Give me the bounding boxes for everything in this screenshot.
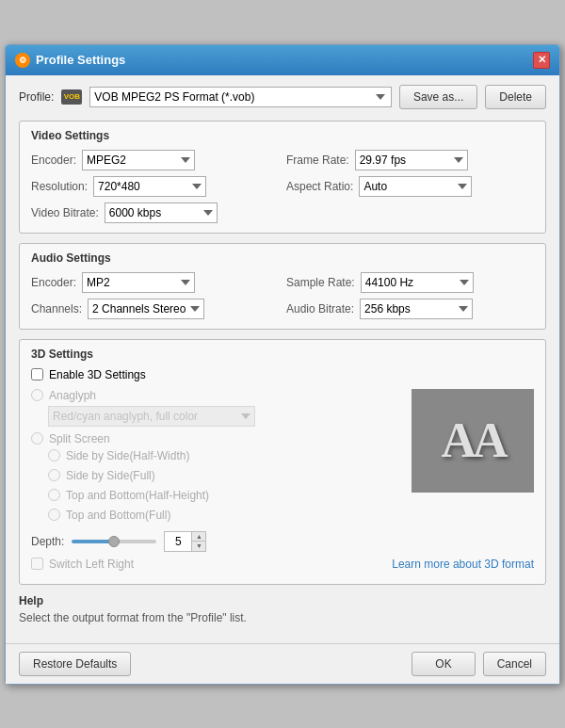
- 3d-preview: AA: [412, 389, 534, 493]
- top-half-radio[interactable]: [48, 489, 60, 501]
- top-full-row: Top and Bottom(Full): [48, 509, 402, 522]
- side-half-label: Side by Side(Half-Width): [66, 449, 189, 462]
- channels-select[interactable]: 2 Channels Stereo: [88, 299, 204, 319]
- split-screen-row: Split Screen: [31, 432, 402, 445]
- save-as-button[interactable]: Save as...: [399, 85, 477, 109]
- help-text: Select the output format from the "Profi…: [19, 611, 546, 624]
- side-full-row: Side by Side(Full): [48, 469, 402, 482]
- audio-bitrate-select[interactable]: 256 kbps: [360, 299, 473, 319]
- 3d-settings-section: 3D Settings Enable 3D Settings Anaglyph …: [19, 339, 546, 585]
- depth-row: Depth: 5 ▲ ▼: [31, 531, 402, 552]
- profile-settings-dialog: ⚙ Profile Settings ✕ Profile: VOB VOB MP…: [5, 44, 560, 685]
- depth-slider[interactable]: [72, 540, 156, 543]
- depth-input[interactable]: 5: [165, 532, 191, 551]
- app-icon: ⚙: [15, 53, 30, 68]
- delete-button[interactable]: Delete: [485, 85, 546, 109]
- framerate-select[interactable]: 29.97 fps: [355, 150, 468, 170]
- anaglyph-row: Anaglyph: [31, 389, 402, 402]
- dialog-footer: Restore Defaults OK Cancel: [6, 643, 559, 684]
- close-button[interactable]: ✕: [533, 52, 550, 69]
- audio-encoder-field: Encoder: MP2: [31, 272, 279, 293]
- profile-format-icon: VOB: [61, 89, 82, 105]
- video-settings-grid: Encoder: MPEG2 Frame Rate: 29.97 fps Res…: [31, 150, 534, 197]
- 3d-preview-text: AA: [441, 413, 504, 468]
- depth-spinner: ▲ ▼: [191, 532, 205, 551]
- split-screen-label: Split Screen: [49, 432, 110, 445]
- switch-lr-checkbox[interactable]: [31, 558, 43, 570]
- anaglyph-label: Anaglyph: [49, 389, 96, 402]
- title-bar: ⚙ Profile Settings ✕: [6, 45, 559, 75]
- video-bitrate-row: Video Bitrate: 6000 kbps: [31, 202, 534, 223]
- anaglyph-radio[interactable]: [31, 389, 43, 401]
- help-title: Help: [19, 594, 546, 607]
- dialog-title: Profile Settings: [36, 53, 125, 67]
- side-full-radio[interactable]: [48, 469, 60, 481]
- side-half-radio[interactable]: [48, 449, 60, 461]
- aspect-ratio-label: Aspect Ratio:: [286, 180, 353, 193]
- depth-down-button[interactable]: ▼: [192, 542, 205, 551]
- 3d-settings-title: 3D Settings: [31, 348, 534, 361]
- audio-bitrate-label: Audio Bitrate:: [286, 302, 354, 315]
- cancel-button[interactable]: Cancel: [483, 652, 546, 676]
- 3d-options: Anaglyph Red/cyan anaglyph, full color S…: [31, 389, 402, 571]
- depth-value-box: 5 ▲ ▼: [164, 531, 206, 552]
- title-bar-left: ⚙ Profile Settings: [15, 53, 125, 68]
- channels-label: Channels:: [31, 302, 82, 315]
- audio-settings-grid: Encoder: MP2 Sample Rate: 44100 Hz Chann…: [31, 272, 534, 319]
- audio-encoder-label: Encoder:: [31, 276, 76, 289]
- resolution-field: Resolution: 720*480: [31, 176, 279, 197]
- enable-3d-label[interactable]: Enable 3D Settings: [49, 368, 146, 381]
- split-options: Side by Side(Half-Width) Side by Side(Fu…: [31, 449, 402, 526]
- audio-encoder-select[interactable]: MP2: [82, 272, 195, 293]
- channels-field: Channels: 2 Channels Stereo: [31, 299, 279, 319]
- encoder-select[interactable]: MPEG2: [82, 150, 195, 170]
- encoder-label: Encoder:: [31, 154, 76, 167]
- audio-settings-title: Audio Settings: [31, 251, 534, 265]
- depth-label: Depth:: [31, 535, 64, 548]
- profile-label: Profile:: [19, 90, 54, 104]
- sample-rate-select[interactable]: 44100 Hz: [361, 272, 474, 293]
- side-half-row: Side by Side(Half-Width): [48, 449, 402, 462]
- ok-button[interactable]: OK: [412, 652, 475, 676]
- anaglyph-type-select[interactable]: Red/cyan anaglyph, full color: [48, 406, 255, 427]
- video-bitrate-label: Video Bitrate:: [31, 206, 99, 219]
- split-screen-radio[interactable]: [31, 432, 43, 445]
- top-full-label: Top and Bottom(Full): [66, 509, 170, 522]
- learn-more-link[interactable]: Learn more about 3D format: [392, 558, 534, 571]
- profile-row: Profile: VOB VOB MPEG2 PS Format (*.vob)…: [19, 85, 546, 109]
- top-half-row: Top and Bottom(Half-Height): [48, 489, 402, 502]
- audio-settings-section: Audio Settings Encoder: MP2 Sample Rate:…: [19, 243, 546, 330]
- resolution-label: Resolution:: [31, 180, 88, 193]
- aspect-ratio-select[interactable]: Auto: [359, 176, 472, 197]
- video-bitrate-select[interactable]: 6000 kbps: [105, 202, 218, 223]
- enable-3d-checkbox[interactable]: [31, 368, 43, 380]
- 3d-content: Anaglyph Red/cyan anaglyph, full color S…: [31, 389, 534, 571]
- switch-lr-label[interactable]: Switch Left Right: [49, 558, 134, 571]
- audio-bitrate-field: Audio Bitrate: 256 kbps: [286, 299, 534, 319]
- footer-right-buttons: OK Cancel: [412, 652, 546, 676]
- top-half-label: Top and Bottom(Half-Height): [66, 489, 209, 502]
- depth-up-button[interactable]: ▲: [192, 532, 205, 542]
- switch-row: Switch Left Right: [31, 558, 402, 571]
- side-full-label: Side by Side(Full): [66, 469, 155, 482]
- framerate-label: Frame Rate:: [286, 154, 349, 167]
- resolution-select[interactable]: 720*480: [93, 176, 206, 197]
- video-settings-title: Video Settings: [31, 129, 534, 142]
- help-section: Help Select the output format from the "…: [19, 594, 546, 624]
- restore-defaults-button[interactable]: Restore Defaults: [19, 652, 131, 676]
- aspect-ratio-field: Aspect Ratio: Auto: [286, 176, 534, 197]
- dialog-content: Profile: VOB VOB MPEG2 PS Format (*.vob)…: [6, 75, 559, 643]
- enable-3d-row: Enable 3D Settings: [31, 368, 534, 381]
- encoder-field: Encoder: MPEG2: [31, 150, 279, 170]
- profile-select[interactable]: VOB MPEG2 PS Format (*.vob): [89, 87, 392, 107]
- video-settings-section: Video Settings Encoder: MPEG2 Frame Rate…: [19, 121, 546, 234]
- top-full-radio[interactable]: [48, 509, 60, 521]
- sample-rate-field: Sample Rate: 44100 Hz: [286, 272, 534, 293]
- sample-rate-label: Sample Rate:: [286, 276, 355, 289]
- framerate-field: Frame Rate: 29.97 fps: [286, 150, 534, 170]
